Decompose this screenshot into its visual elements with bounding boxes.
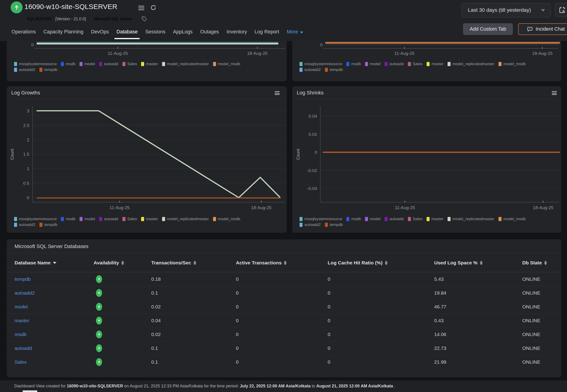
legend-item-master[interactable]: master <box>427 62 443 66</box>
legend-item-mssqlsystemresource[interactable]: mssqlsystemresource <box>14 62 57 66</box>
legend-item-model_msdb[interactable]: model_msdb <box>498 217 526 221</box>
legend-item-Sales[interactable]: Sales <box>122 217 137 221</box>
column-header-name[interactable]: Database Name <box>15 260 57 266</box>
legend-swatch <box>346 217 349 221</box>
legend-swatch <box>448 62 450 66</box>
legend-item-Sales[interactable]: Sales <box>408 217 423 221</box>
log-growths-card: Log Growths 32.521.510.5011-Aug-2518-Aug… <box>7 86 287 233</box>
legend-item-master[interactable]: master <box>141 217 158 221</box>
time-range-value: Last 30 days (till yesterday) <box>468 3 531 17</box>
tag-icon[interactable] <box>141 16 147 22</box>
legend-item-model[interactable]: model <box>80 62 95 66</box>
legend-item-autoadd2[interactable]: autoadd2 <box>14 223 35 227</box>
tab-database[interactable]: Database <box>117 29 138 39</box>
legend-item-model_msdb[interactable]: model_msdb <box>213 217 240 221</box>
legend-item-autoadd2[interactable]: autoadd2 <box>14 68 35 72</box>
database-link-master[interactable]: master <box>15 314 29 327</box>
table-row-tempdb: tempdb0.18005.43ONLINE <box>7 272 561 286</box>
gridline <box>323 45 558 46</box>
legend-item-model_msdb[interactable]: model_msdb <box>213 62 240 66</box>
database-link-tempdb[interactable]: tempdb <box>15 272 31 286</box>
cell-state: ONLINE <box>522 300 540 313</box>
legend-item-autoadd2[interactable]: autoadd2 <box>299 68 321 72</box>
legend-item-model[interactable]: model <box>80 217 95 221</box>
legend-swatch <box>325 223 328 227</box>
column-header-active_tx[interactable]: Active Transactions <box>236 260 287 266</box>
legend-item-model_replicatedmaster[interactable]: model_replicatedmaster <box>162 217 209 221</box>
legend-swatch <box>141 217 144 221</box>
legend-item-master[interactable]: master <box>427 217 443 221</box>
legend-label: master <box>146 217 158 221</box>
tab-devops[interactable]: DevOps <box>91 29 109 39</box>
legend-swatch <box>213 62 216 66</box>
time-range-dropdown[interactable]: Last 30 days (till yesterday) <box>462 3 551 17</box>
tab-inventory[interactable]: Inventory <box>227 29 247 39</box>
cell-log_cache: 0 <box>328 300 330 313</box>
legend-item-msdb[interactable]: msdb <box>346 217 361 221</box>
tab-operations[interactable]: Operations <box>12 29 36 39</box>
legend-item-autoadd[interactable]: autoadd <box>385 217 403 221</box>
tab-outages[interactable]: Outages <box>200 29 219 39</box>
legend-item-autoadd[interactable]: autoadd <box>99 62 118 66</box>
legend-item-model_msdb[interactable]: model_msdb <box>498 62 526 66</box>
legend-item-tempdb[interactable]: tempdb <box>325 68 343 72</box>
schedule-report-button[interactable] <box>555 3 567 17</box>
column-header-log_cache[interactable]: Log Cache Hit Ratio (%) <box>328 260 388 266</box>
legend-item-autoadd[interactable]: autoadd <box>99 217 118 221</box>
legend-item-tempdb[interactable]: tempdb <box>325 223 343 227</box>
legend-item-autoadd2[interactable]: autoadd2 <box>299 223 321 227</box>
legend-item-tempdb[interactable]: tempdb <box>39 223 58 227</box>
database-link-msdb[interactable]: msdb <box>15 327 26 341</box>
legend-item-model[interactable]: model <box>365 217 380 221</box>
column-header-state[interactable]: Db State <box>522 260 547 266</box>
monitor-menu-icon[interactable] <box>138 6 144 10</box>
legend-swatch <box>14 68 17 72</box>
tab-applogs[interactable]: AppLogs <box>173 29 193 39</box>
legend-item-model_replicatedmaster[interactable]: model_replicatedmaster <box>448 62 494 66</box>
legend-item-Sales[interactable]: Sales <box>122 62 137 66</box>
legend-item-autoadd[interactable]: autoadd <box>385 62 403 66</box>
legend-item-mssqlsystemresource[interactable]: mssqlsystemresource <box>299 217 342 221</box>
legend-label: master <box>432 62 443 66</box>
legend-item-msdb[interactable]: msdb <box>346 62 361 66</box>
legend-item-model_replicatedmaster[interactable]: model_replicatedmaster <box>162 62 209 66</box>
page-header: 16090-w10-site-SQLSERVER SQLSERVER [Vers… <box>0 0 567 41</box>
legend-item-model[interactable]: model <box>365 62 380 66</box>
tab-log-report[interactable]: Log Report <box>254 29 279 39</box>
series-model_msdb-line <box>325 42 560 43</box>
tab-sessions[interactable]: Sessions <box>145 29 165 39</box>
legend-label: mssqlsystemresource <box>304 217 342 221</box>
legend-item-model_replicatedmaster[interactable]: model_replicatedmaster <box>448 217 494 221</box>
y-tick-label: 0.5 <box>23 181 29 186</box>
monitor-category-link[interactable]: Microsoft SQL Server <box>94 17 132 21</box>
database-link-Sales[interactable]: Sales <box>15 355 27 369</box>
log-shrinks-chart: 0.040.020-0.02-0.0411-Aug-2518-Aug-25Cou… <box>293 87 561 233</box>
incident-chat-button[interactable]: Incident Chat <box>518 23 567 35</box>
horizontal-scrollbar-thumb[interactable] <box>23 390 37 392</box>
legend-swatch <box>99 217 102 221</box>
add-custom-tab-button[interactable]: Add Custom Tab <box>463 23 513 35</box>
database-link-autoadd2[interactable]: autoadd2 <box>15 286 35 300</box>
tab-more[interactable]: More <box>287 29 303 39</box>
legend-item-mssqlsystemresource[interactable]: mssqlsystemresource <box>14 217 57 221</box>
legend-swatch <box>448 217 450 221</box>
refresh-icon[interactable] <box>150 4 157 11</box>
column-header-used_log[interactable]: Used Log Space % <box>434 260 483 266</box>
legend-item-tempdb[interactable]: tempdb <box>39 68 58 72</box>
legend-item-master[interactable]: master <box>141 62 158 66</box>
chevron-down-icon <box>541 9 545 12</box>
column-header-tps[interactable]: Transactions/Sec <box>151 260 196 266</box>
legend-label: autoadd <box>389 217 403 221</box>
column-header-availability[interactable]: Availability <box>94 260 124 266</box>
database-link-model[interactable]: model <box>15 300 28 313</box>
legend-label: tempdb <box>44 223 58 227</box>
legend-item-msdb[interactable]: msdb <box>61 62 75 66</box>
tab-capacity-planning[interactable]: Capacity Planning <box>43 29 83 39</box>
legend-label: Sales <box>127 217 137 221</box>
database-link-autoadd[interactable]: autoadd <box>15 341 32 355</box>
availability-up-icon <box>96 275 102 283</box>
legend-item-msdb[interactable]: msdb <box>61 217 75 221</box>
legend-item-mssqlsystemresource[interactable]: mssqlsystemresource <box>299 62 342 66</box>
monitor-type-link[interactable]: SQLSERVER <box>27 17 51 21</box>
legend-item-Sales[interactable]: Sales <box>408 62 423 66</box>
